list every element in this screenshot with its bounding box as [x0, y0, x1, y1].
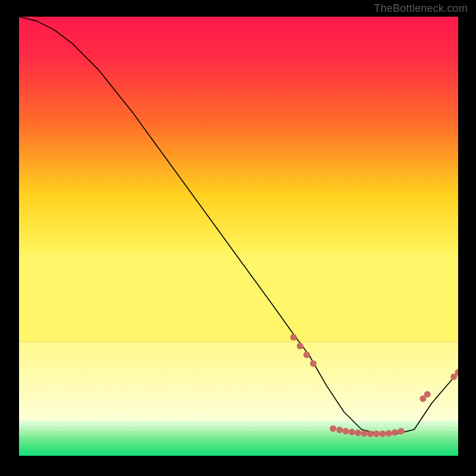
data-dot — [386, 430, 392, 437]
data-dot — [392, 429, 398, 436]
data-dot — [343, 428, 349, 434]
data-dot — [380, 431, 386, 437]
data-dot — [398, 428, 405, 434]
data-dot — [290, 334, 297, 340]
data-dot — [424, 391, 431, 397]
curve-line — [19, 17, 458, 434]
data-dot — [349, 429, 355, 436]
plot-area — [19, 17, 458, 456]
data-dot — [373, 431, 380, 437]
data-dot — [336, 427, 343, 433]
chart-canvas: TheBottleneck.com — [0, 0, 476, 476]
data-dot — [361, 430, 368, 437]
data-dots — [290, 334, 458, 437]
data-dot — [355, 430, 361, 436]
data-dot — [310, 360, 317, 367]
data-dot — [367, 431, 374, 437]
chart-overlay — [19, 17, 458, 456]
data-dot — [303, 352, 310, 358]
data-dot — [330, 425, 336, 432]
data-dot — [297, 343, 303, 349]
watermark-text: TheBottleneck.com — [374, 2, 468, 15]
